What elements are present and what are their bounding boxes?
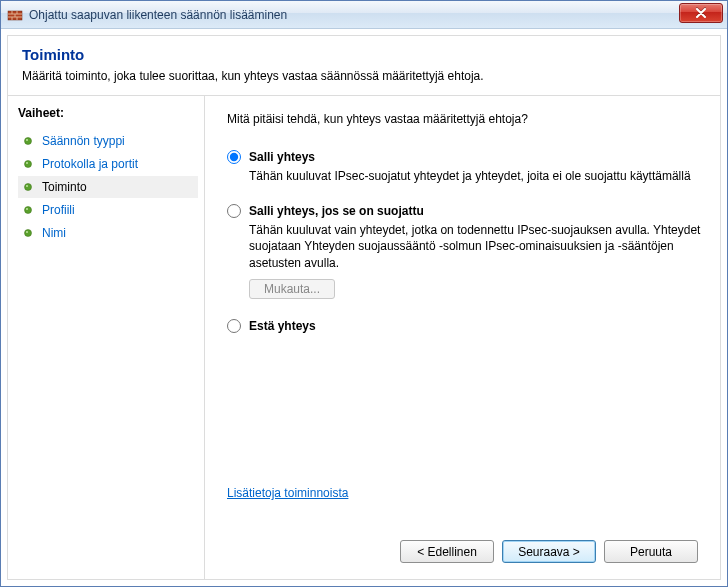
option-allow: Salli yhteys Tähän kuuluvat IPsec-suojat… <box>227 150 702 184</box>
step-protocol-ports[interactable]: Protokolla ja portit <box>18 153 198 175</box>
bullet-icon <box>24 160 32 168</box>
step-name[interactable]: Nimi <box>18 222 198 244</box>
option-allow-line[interactable]: Salli yhteys <box>227 150 702 164</box>
steps-title: Vaiheet: <box>18 106 198 120</box>
radio-block[interactable] <box>227 319 241 333</box>
wizard-buttons: < Edellinen Seuraava > Peruuta <box>227 540 702 569</box>
option-allow-secure-label: Salli yhteys, jos se on suojattu <box>249 204 424 218</box>
question-text: Mitä pitäisi tehdä, kun yhteys vastaa mä… <box>227 112 702 126</box>
step-action[interactable]: Toiminto <box>18 176 198 198</box>
svg-point-8 <box>25 138 32 145</box>
step-rule-type[interactable]: Säännön tyyppi <box>18 130 198 152</box>
option-block-line[interactable]: Estä yhteys <box>227 319 702 333</box>
step-label: Säännön tyyppi <box>42 134 125 148</box>
action-radio-group: Salli yhteys Tähän kuuluvat IPsec-suojat… <box>227 150 702 353</box>
svg-point-13 <box>26 185 28 187</box>
bullet-icon <box>24 183 32 191</box>
content-outer: Toiminto Määritä toiminto, joka tulee su… <box>1 29 727 586</box>
firewall-icon <box>7 7 23 23</box>
option-block-label: Estä yhteys <box>249 319 316 333</box>
steps-sidebar: Vaiheet: Säännön tyyppi Protokolla ja po… <box>8 96 204 579</box>
radio-allow-secure[interactable] <box>227 204 241 218</box>
step-profile[interactable]: Profiili <box>18 199 198 221</box>
svg-point-16 <box>25 230 32 237</box>
wizard-window: Ohjattu saapuvan liikenteen säännön lisä… <box>0 0 728 587</box>
step-label: Profiili <box>42 203 75 217</box>
option-block: Estä yhteys <box>227 319 702 333</box>
svg-point-12 <box>25 184 32 191</box>
body-section: Vaiheet: Säännön tyyppi Protokolla ja po… <box>8 96 720 579</box>
step-label: Protokolla ja portit <box>42 157 138 171</box>
bullet-icon <box>24 137 32 145</box>
more-info-link[interactable]: Lisätietoja toiminnoista <box>227 486 702 500</box>
svg-point-17 <box>26 231 28 233</box>
step-label: Nimi <box>42 226 66 240</box>
svg-point-11 <box>26 162 28 164</box>
step-label: Toiminto <box>42 180 87 194</box>
customize-button: Mukauta... <box>249 279 335 299</box>
option-allow-label: Salli yhteys <box>249 150 315 164</box>
titlebar: Ohjattu saapuvan liikenteen säännön lisä… <box>1 1 727 29</box>
close-button[interactable] <box>679 3 723 23</box>
option-allow-secure: Salli yhteys, jos se on suojattu Tähän k… <box>227 204 702 299</box>
svg-point-10 <box>25 161 32 168</box>
option-allow-secure-desc: Tähän kuuluvat vain yhteydet, jotka on t… <box>249 222 702 271</box>
radio-allow[interactable] <box>227 150 241 164</box>
cancel-button[interactable]: Peruuta <box>604 540 698 563</box>
main-pane: Mitä pitäisi tehdä, kun yhteys vastaa mä… <box>204 96 720 579</box>
page-title: Toiminto <box>22 46 706 63</box>
window-title: Ohjattu saapuvan liikenteen säännön lisä… <box>29 8 287 22</box>
svg-point-14 <box>25 207 32 214</box>
header-section: Toiminto Määritä toiminto, joka tulee su… <box>8 36 720 96</box>
bullet-icon <box>24 206 32 214</box>
bullet-icon <box>24 229 32 237</box>
close-icon <box>695 8 707 18</box>
page-description: Määritä toiminto, joka tulee suorittaa, … <box>22 69 706 83</box>
svg-point-9 <box>26 139 28 141</box>
back-button[interactable]: < Edellinen <box>400 540 494 563</box>
svg-point-15 <box>26 208 28 210</box>
option-allow-desc: Tähän kuuluvat IPsec-suojatut yhteydet j… <box>249 168 702 184</box>
option-allow-secure-line[interactable]: Salli yhteys, jos se on suojattu <box>227 204 702 218</box>
next-button[interactable]: Seuraava > <box>502 540 596 563</box>
content-inner: Toiminto Määritä toiminto, joka tulee su… <box>7 35 721 580</box>
